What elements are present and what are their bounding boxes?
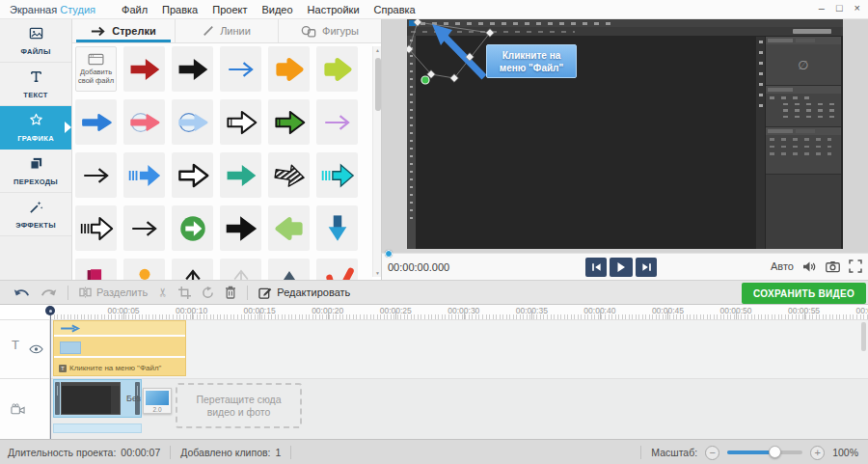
shape-book-crimson[interactable]	[75, 259, 117, 280]
arrow-striped-outline[interactable]	[75, 205, 117, 251]
clip-trim-handle-left[interactable]	[55, 382, 60, 415]
audio-strip[interactable]	[53, 423, 142, 433]
minimize-button[interactable]: –	[819, 2, 825, 14]
sidebar-item-text[interactable]: ТЕКСТ	[0, 63, 71, 106]
auto-quality-button[interactable]: Авто	[771, 260, 794, 272]
arrow-hatched-black[interactable]	[268, 152, 310, 198]
split-button[interactable]: Разделить	[79, 287, 148, 298]
sidebar-item-layers[interactable]: ПЕРЕХОДЫ	[0, 150, 71, 193]
arrow-line-blue[interactable]	[220, 46, 261, 92]
add-file-icon	[88, 53, 104, 66]
maximize-button[interactable]: □	[836, 2, 843, 14]
callout-tooltip[interactable]: Кликните на меню "Файл"	[486, 44, 577, 78]
arrow-solid-darkred[interactable]	[123, 46, 165, 92]
arrow-down-blue[interactable]	[316, 205, 358, 251]
layers-icon	[29, 156, 43, 171]
add-own-file-tile[interactable]: Добавить свой файл	[75, 46, 117, 92]
video-track-icon	[11, 401, 25, 419]
arrow-striped-blue[interactable]	[123, 152, 165, 198]
text-clip[interactable]: T Кликните на меню "Файл"	[53, 320, 186, 376]
menu-item[interactable]: Проект	[212, 4, 247, 15]
layers-icon	[29, 156, 43, 175]
shape-person-orange-graphic	[126, 265, 163, 281]
clip-arrow-icon	[60, 324, 81, 333]
zoom-label: Масштаб:	[651, 447, 697, 458]
play-button[interactable]	[610, 258, 633, 277]
image-icon	[29, 26, 43, 44]
save-video-button[interactable]: СОХРАНИТЬ ВИДЕО	[742, 283, 866, 304]
zoom-slider[interactable]	[727, 450, 802, 454]
tab-arrow-right[interactable]: Стрелки	[72, 19, 176, 42]
playhead[interactable]	[45, 306, 55, 315]
menu-item[interactable]: Правка	[162, 4, 198, 15]
video-preview-area: ∅	[381, 19, 868, 253]
arrow-chunky-orange[interactable]	[268, 46, 310, 92]
delete-button[interactable]	[225, 286, 236, 299]
track-visibility-eye-icon[interactable]	[29, 341, 43, 358]
graphics-grid-wrap: Добавить свой файл	[72, 43, 372, 280]
media-dropzone[interactable]: Перетащите сюда видео и фото	[176, 383, 302, 428]
arrow-line-black-2[interactable]	[123, 205, 165, 251]
zoom-in-button[interactable]: +	[810, 446, 825, 460]
arrow-thin-up-black[interactable]	[172, 259, 213, 280]
edit-button[interactable]: Редактировать	[258, 287, 350, 299]
arrow-line-lavender[interactable]	[316, 99, 358, 145]
sidebar-item-image[interactable]: ФАЙЛЫ	[0, 19, 71, 63]
arrow-circle-green-graphic	[175, 212, 211, 245]
tab-shapes[interactable]: Фигуры	[279, 19, 381, 42]
shape-person-orange[interactable]	[123, 259, 165, 280]
arrow-striped-cyan[interactable]	[316, 152, 358, 198]
ruler-major-tick	[328, 311, 329, 319]
menu-item[interactable]: Справка	[374, 4, 416, 15]
arrow-flat-green-left-graphic	[271, 212, 308, 245]
arrow-line-black[interactable]	[75, 152, 117, 198]
ps-panel-icons	[756, 37, 765, 249]
scroll-thumb[interactable]	[375, 58, 381, 111]
seek-handle[interactable]	[385, 250, 393, 258]
arrow-circle-green[interactable]	[172, 205, 213, 251]
volume-icon[interactable]	[802, 260, 817, 273]
shape-check-red[interactable]	[316, 259, 358, 280]
rotate-button[interactable]	[202, 287, 214, 299]
redo-button[interactable]	[41, 287, 57, 298]
arrow-up-slate[interactable]	[268, 259, 310, 280]
arrow-flat-green-left[interactable]	[268, 205, 310, 251]
tab-line[interactable]: Линии	[176, 19, 279, 42]
cut-scissors-icon[interactable]: ✂	[156, 287, 170, 297]
undo-button[interactable]	[14, 287, 30, 298]
menu-item[interactable]: Видео	[261, 4, 292, 15]
ps-panel-body-2	[766, 94, 841, 126]
ps-layers-header	[766, 127, 841, 135]
next-frame-button[interactable]	[636, 258, 657, 277]
arrow-outline-green-3d[interactable]	[268, 99, 310, 145]
close-button[interactable]: ×	[854, 2, 860, 14]
text-clip-caption-row: T Кликните на меню "Файл"	[54, 360, 185, 376]
arrow-circle-lightblue[interactable]	[172, 99, 213, 145]
arrow-outline-black[interactable]	[172, 152, 213, 198]
ruler-major-tick	[531, 311, 532, 319]
arrow-sleek-blue-graphic	[78, 106, 115, 139]
snapshot-camera-icon[interactable]	[826, 260, 840, 273]
crop-button[interactable]	[178, 287, 191, 299]
menu-item[interactable]: Настройки	[308, 4, 360, 15]
arrow-circle-pink[interactable]	[123, 99, 165, 145]
fullscreen-icon[interactable]	[849, 259, 862, 273]
arrow-sleek-blue[interactable]	[75, 99, 117, 145]
previous-frame-button[interactable]	[585, 258, 607, 277]
arrow-chunky-yellowgreen[interactable]	[316, 46, 358, 92]
arrow-flat-teal[interactable]	[220, 152, 261, 198]
photo-clip[interactable]: 2.0	[143, 388, 172, 414]
sidebar-item-wand[interactable]: ЭФФЕКТЫ	[0, 193, 71, 236]
zoom-out-button[interactable]: −	[705, 446, 719, 460]
arrow-solid-black[interactable]	[172, 46, 213, 92]
ps-options-text	[411, 31, 575, 34]
arrow-bold-black[interactable]	[220, 205, 261, 251]
arrow-thin-up-faint[interactable]	[220, 259, 261, 280]
sidebar-item-star[interactable]: ГРАФИКА	[0, 106, 71, 150]
zoom-slider-handle[interactable]	[769, 446, 781, 458]
timeline-ruler[interactable]: 00:00:0500:00:1000:00:1500:00:2000:00:25…	[0, 305, 868, 320]
tracks-scrollbar-thumb[interactable]	[861, 322, 866, 351]
menu-item[interactable]: Файл	[122, 4, 148, 15]
grid-scrollbar[interactable]: ▲ ▼	[372, 46, 381, 277]
arrow-outline-white-3d[interactable]	[220, 99, 261, 145]
